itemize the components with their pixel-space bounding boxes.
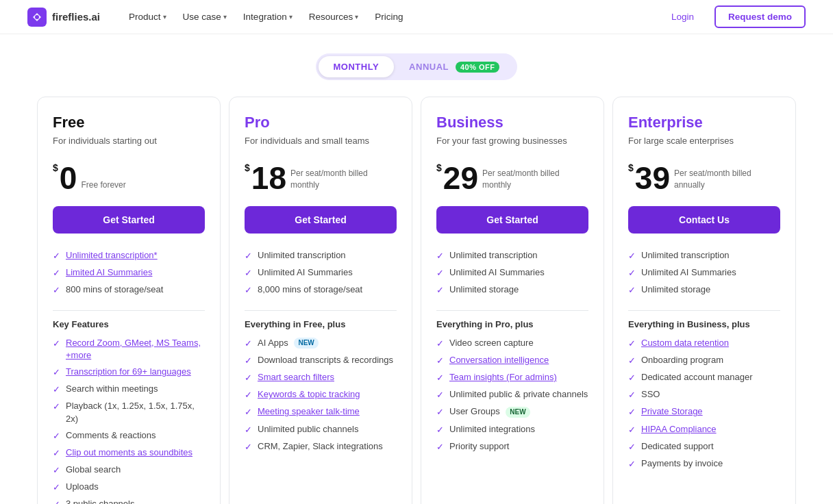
list-item: ✓Custom data retention [628, 335, 780, 352]
check-icon: ✓ [53, 366, 60, 379]
cta-free[interactable]: Get Started [53, 206, 205, 234]
list-item: ✓Unlimited AI Summaries [245, 264, 397, 281]
plan-name-business: Business [436, 114, 588, 131]
list-item: ✓Clip out moments as soundbites [53, 444, 205, 462]
check-icon: ✓ [436, 372, 444, 384]
cta-enterprise[interactable]: Contact Us [628, 206, 780, 234]
list-item: ✓Unlimited integrations [436, 421, 588, 438]
plan-business: Business For your fast growing businesse… [421, 97, 604, 504]
plan-pro: Pro For individuals and small teams $ 18… [229, 97, 412, 504]
pricing-grid: Free For individuals starting out $ 0 Fr… [19, 97, 814, 504]
check-icon: ✓ [628, 372, 636, 384]
toggle-annual[interactable]: ANNUAL 40% OFF [394, 56, 514, 77]
list-item: ✓Transcription for 69+ languages [53, 364, 205, 381]
check-icon: ✓ [245, 372, 252, 384]
login-button[interactable]: Login [659, 7, 706, 27]
nav-integration[interactable]: Integration ▾ [236, 8, 299, 26]
list-item: ✓Unlimited storage [628, 281, 780, 299]
price-dollar-pro: $ [245, 162, 250, 173]
toggle-pill: MONTHLY ANNUAL 40% OFF [316, 53, 518, 80]
price-amount-business: 29 [443, 162, 478, 194]
key-features-pro: ✓AI Apps NEW ✓Download transcripts & rec… [245, 335, 397, 455]
request-demo-button[interactable]: Request demo [714, 5, 806, 28]
price-dollar-enterprise: $ [628, 162, 634, 173]
list-item: ✓Keywords & topic tracking [245, 386, 397, 403]
new-badge: NEW [294, 338, 318, 349]
check-icon: ✓ [628, 267, 636, 279]
list-item: ✓Unlimited storage [436, 281, 588, 299]
list-item: ✓Unlimited transcription* [53, 247, 205, 264]
cta-business[interactable]: Get Started [436, 206, 588, 234]
list-item: ✓Unlimited transcription [628, 247, 780, 264]
key-features-business: ✓Video screen capture ✓Conversation inte… [436, 335, 588, 455]
check-icon: ✓ [628, 250, 636, 262]
toggle-monthly[interactable]: MONTHLY [319, 56, 395, 77]
chevron-down-icon: ▾ [163, 13, 166, 21]
nav-pricing[interactable]: Pricing [368, 8, 410, 26]
check-icon: ✓ [436, 406, 444, 418]
key-features-free: ✓Record Zoom, GMeet, MS Teams, +more ✓Tr… [53, 335, 205, 504]
price-row-business: $ 29 Per seat/month billed monthly [436, 158, 588, 194]
check-icon: ✓ [53, 338, 60, 350]
new-badge: NEW [506, 407, 530, 418]
check-icon: ✓ [436, 267, 444, 279]
plan-enterprise: Enterprise For large scale enterprises $… [612, 97, 796, 504]
list-item: ✓Onboarding program [628, 352, 780, 369]
price-row-free: $ 0 Free forever [53, 158, 205, 194]
price-amount-pro: 18 [251, 162, 286, 194]
nav-actions: Login Request demo [659, 5, 806, 28]
check-icon: ✓ [628, 406, 636, 418]
check-icon: ✓ [245, 338, 252, 350]
list-item: ✓Download transcripts & recordings [245, 352, 397, 369]
check-icon: ✓ [436, 355, 444, 367]
list-item: ✓3 public channels [53, 496, 205, 504]
check-icon: ✓ [53, 284, 60, 297]
price-amount-enterprise: 39 [635, 162, 670, 194]
section-title-free: Key Features [53, 319, 205, 329]
list-item: ✓8,000 mins of storage/seat [245, 281, 397, 299]
check-icon: ✓ [436, 284, 444, 297]
list-item: ✓Comments & reactions [53, 427, 205, 444]
check-icon: ✓ [628, 338, 636, 350]
plan-name-enterprise: Enterprise [628, 114, 780, 131]
check-icon: ✓ [628, 441, 636, 453]
price-row-enterprise: $ 39 Per seat/month billed annually [628, 158, 780, 194]
nav-links: Product ▾ Use case ▾ Integration ▾ Resou… [122, 8, 659, 26]
check-icon: ✓ [628, 389, 636, 401]
list-item: ✓Video screen capture [436, 335, 588, 352]
section-title-enterprise: Everything in Business, plus [628, 319, 780, 329]
list-item: ✓Record Zoom, GMeet, MS Teams, +more [53, 335, 205, 364]
check-icon: ✓ [53, 481, 60, 494]
top-features-enterprise: ✓Unlimited transcription ✓Unlimited AI S… [628, 247, 780, 299]
section-title-pro: Everything in Free, plus [245, 319, 397, 329]
plan-name-free: Free [53, 114, 205, 131]
list-item: ✓Dedicated support [628, 438, 780, 455]
check-icon: ✓ [53, 267, 60, 279]
check-icon: ✓ [53, 447, 60, 459]
navigation: fireflies.ai Product ▾ Use case ▾ Integr… [0, 0, 833, 34]
list-item: ✓Meeting speaker talk-time [245, 403, 397, 420]
list-item: ✓Payments by invoice [628, 455, 780, 473]
list-item: ✓Global search [53, 462, 205, 479]
nav-product[interactable]: Product ▾ [122, 8, 173, 26]
svg-point-1 [35, 15, 39, 19]
billing-toggle: MONTHLY ANNUAL 40% OFF [0, 53, 833, 80]
check-icon: ✓ [53, 499, 60, 504]
cta-pro[interactable]: Get Started [245, 206, 397, 234]
nav-resources[interactable]: Resources ▾ [302, 8, 366, 26]
check-icon: ✓ [245, 284, 252, 297]
check-icon: ✓ [436, 389, 444, 401]
plan-desc-free: For individuals starting out [53, 136, 205, 146]
top-features-pro: ✓Unlimited transcription ✓Unlimited AI S… [245, 247, 397, 299]
list-item: ✓Unlimited AI Summaries [628, 264, 780, 281]
list-item: ✓Dedicated account manager [628, 369, 780, 386]
price-detail-business: Per seat/month billed monthly [482, 168, 588, 194]
divider [245, 310, 397, 311]
price-dollar-business: $ [436, 162, 442, 173]
check-icon: ✓ [53, 430, 60, 442]
logo[interactable]: fireflies.ai [27, 8, 100, 27]
nav-usecase[interactable]: Use case ▾ [176, 8, 234, 26]
discount-badge: 40% OFF [456, 62, 500, 73]
top-features-business: ✓Unlimited transcription ✓Unlimited AI S… [436, 247, 588, 299]
list-item: ✓Team insights (For admins) [436, 369, 588, 386]
